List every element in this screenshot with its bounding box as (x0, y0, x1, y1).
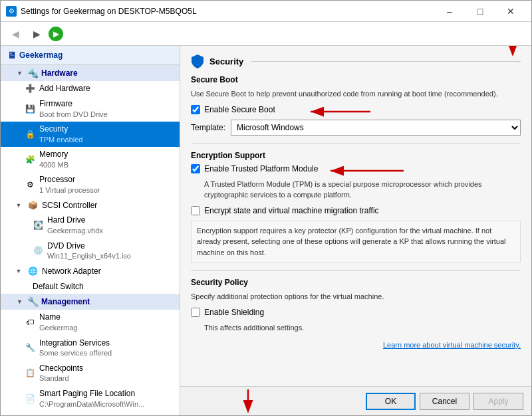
title-bar: ⚙ Settings for Geekermag on DESKTOP-M5BQ… (1, 1, 531, 22)
memory-label: Memory (39, 149, 68, 160)
arrow-tpm (317, 161, 410, 180)
enable-tpm-checkbox[interactable] (191, 164, 200, 173)
hard-drive-sub: Geekermag.vhdx (47, 226, 103, 236)
window-title: Settings for Geekermag on DESKTOP-M5BQO5… (21, 7, 434, 16)
sidebar-item-scsi[interactable]: ▼ 📦 SCSI Controller (1, 198, 180, 213)
start-button[interactable]: ▶ (49, 27, 63, 41)
security-policy-section: Security Policy Specify additional prote… (191, 278, 521, 333)
management-section[interactable]: ▼ 🔧 Management (1, 294, 180, 310)
tpm-description: A Trusted Platform Module (TPM) is a spe… (204, 179, 521, 201)
sidebar-item-integration-services[interactable]: 🔧 Integration Services Some services off… (1, 336, 180, 361)
sidebar-item-add-hardware[interactable]: ➕ Add Hardware (1, 81, 180, 96)
hardware-label: Hardware (41, 68, 78, 78)
hard-drive-label: Hard Drive (47, 215, 103, 226)
apply-button[interactable]: Apply (473, 393, 523, 410)
sidebar-item-smart-paging[interactable]: 📄 Smart Paging File Location C:\ProgramD… (1, 386, 180, 411)
dvd-drive-label: DVD Drive (47, 241, 131, 252)
processor-icon: ⚙ (25, 179, 35, 190)
enable-secure-boot-row: Enable Secure Boot (191, 105, 521, 114)
sidebar-item-firmware[interactable]: 💾 Firmware Boot from DVD Drive (1, 96, 180, 122)
add-hardware-icon: ➕ (25, 83, 35, 94)
scsi-icon: 📦 (27, 200, 38, 211)
enable-shielding-label[interactable]: Enable Shielding (204, 308, 264, 317)
firmware-sub: Boot from DVD Drive (39, 110, 108, 120)
forward-button[interactable]: ▶ (27, 25, 46, 43)
sidebar-item-hard-drive[interactable]: 💽 Hard Drive Geekermag.vhdx (1, 213, 180, 238)
template-label: Template: (191, 123, 225, 132)
enable-shielding-checkbox[interactable] (191, 308, 200, 317)
enable-tpm-label[interactable]: Enable Trusted Platform Module (204, 164, 318, 173)
dvd-drive-sub: Win11_English_x64v1.iso (47, 251, 131, 261)
scsi-expand-icon: ▼ (14, 201, 23, 210)
arrow-ok-indicator (228, 389, 308, 413)
ok-button[interactable]: OK (366, 393, 416, 410)
encryption-title: Encryption Support (191, 151, 521, 160)
sidebar-item-network-adapter[interactable]: ▼ 🌐 Network Adapter (1, 264, 180, 279)
hardware-collapse-icon: ▼ (17, 70, 25, 76)
name-icon: 🏷 (25, 317, 35, 328)
smart-paging-sub: C:\ProgramData\Microsoft\Win... (39, 399, 144, 409)
secure-boot-section: Secure Boot Use Secure Boot to help prev… (191, 75, 521, 136)
integration-sub: Some services offered (39, 348, 112, 358)
bottom-bar: OK Cancel Apply (180, 386, 531, 415)
maximize-button[interactable]: □ (465, 1, 495, 22)
security-shield-icon (191, 54, 204, 68)
security-policy-description: Specify additional protection options fo… (191, 291, 521, 302)
security-sub: TPM enabled (39, 135, 82, 145)
window-icon: ⚙ (6, 6, 17, 17)
sidebar-item-default-switch[interactable]: Default Switch (1, 279, 180, 294)
network-icon: 🌐 (27, 266, 38, 276)
hardware-section[interactable]: ▼ 🔩 Hardware (1, 65, 180, 81)
learn-more-link[interactable]: Learn more about virtual machine securit… (191, 341, 521, 349)
processor-label: Processor (39, 174, 100, 185)
dvd-drive-icon: 💿 (33, 246, 43, 257)
sidebar-item-processor[interactable]: ⚙ Processor 1 Virtual processor (1, 172, 180, 197)
encrypt-traffic-row: Encrypt state and virtual machine migrat… (191, 206, 521, 215)
sidebar-item-dvd-drive[interactable]: 💿 DVD Drive Win11_English_x64v1.iso (1, 239, 180, 264)
smart-paging-icon: 📄 (25, 393, 35, 404)
checkpoints-label: Checkpoints (39, 363, 83, 374)
minimize-button[interactable]: – (434, 1, 465, 22)
encryption-info: Encryption support requires a key protec… (191, 221, 521, 263)
vm-name: Geekermag (19, 51, 63, 60)
checkpoints-icon: 📋 (25, 368, 35, 379)
toolbar: ◀ ▶ ▶ (1, 22, 531, 46)
management-collapse-icon: ▼ (17, 298, 25, 305)
management-label: Management (41, 297, 90, 306)
security-policy-title: Security Policy (191, 278, 521, 287)
right-panel: Security Secure Boot Use Secure Boot to … (180, 46, 531, 386)
default-switch-label: Default Switch (33, 281, 84, 292)
secure-boot-description: Use Secure Boot to help prevent unauthor… (191, 88, 521, 100)
main-window: ⚙ Settings for Geekermag on DESKTOP-M5BQ… (0, 0, 532, 416)
shielding-note: This affects additional settings. (204, 322, 521, 334)
enable-shielding-row: Enable Shielding (191, 308, 521, 317)
sidebar-item-auto-start[interactable]: ▶ Automatic Start Action (1, 411, 180, 415)
template-select[interactable]: Microsoft Windows Microsoft UEFI Certifi… (231, 120, 521, 136)
encrypt-traffic-checkbox[interactable] (191, 206, 200, 215)
security-panel-title: Security (209, 56, 243, 66)
sidebar-item-checkpoints[interactable]: 📋 Checkpoints Standard (1, 361, 180, 386)
hard-drive-icon: 💽 (33, 220, 43, 231)
back-button[interactable]: ◀ (6, 25, 25, 43)
encrypt-traffic-label[interactable]: Encrypt state and virtual machine migrat… (204, 206, 379, 215)
auto-start-icon: ▶ (25, 413, 35, 415)
divider-2 (191, 270, 521, 271)
checkpoints-sub: Standard (39, 373, 83, 383)
content-area: 🖥 Geekermag ▼ 🔩 Hardware ➕ Add Hardware (1, 46, 531, 415)
close-button[interactable]: ✕ (495, 1, 526, 22)
divider-1 (191, 144, 521, 144)
sidebar-item-memory[interactable]: 🧩 Memory 4000 MB (1, 147, 180, 172)
enable-tpm-row: Enable Trusted Platform Module (191, 164, 521, 173)
security-icon: 🔒 (25, 129, 35, 140)
sidebar-item-name[interactable]: 🏷 Name Geekermag (1, 310, 180, 335)
enable-secure-boot-checkbox[interactable] (191, 105, 200, 114)
cancel-button[interactable]: Cancel (420, 393, 469, 410)
security-label: Security (39, 124, 82, 135)
enable-secure-boot-label[interactable]: Enable Secure Boot (204, 105, 275, 114)
auto-start-label: Automatic Start Action (39, 413, 118, 415)
sidebar-item-security[interactable]: 🔒 Security TPM enabled (1, 122, 180, 147)
right-panel-wrapper: Security Secure Boot Use Secure Boot to … (180, 46, 531, 415)
network-expand-icon: ▼ (14, 266, 23, 276)
template-row: Template: Microsoft Windows Microsoft UE… (191, 120, 521, 136)
vm-name-header: 🖥 Geekermag (1, 46, 180, 65)
